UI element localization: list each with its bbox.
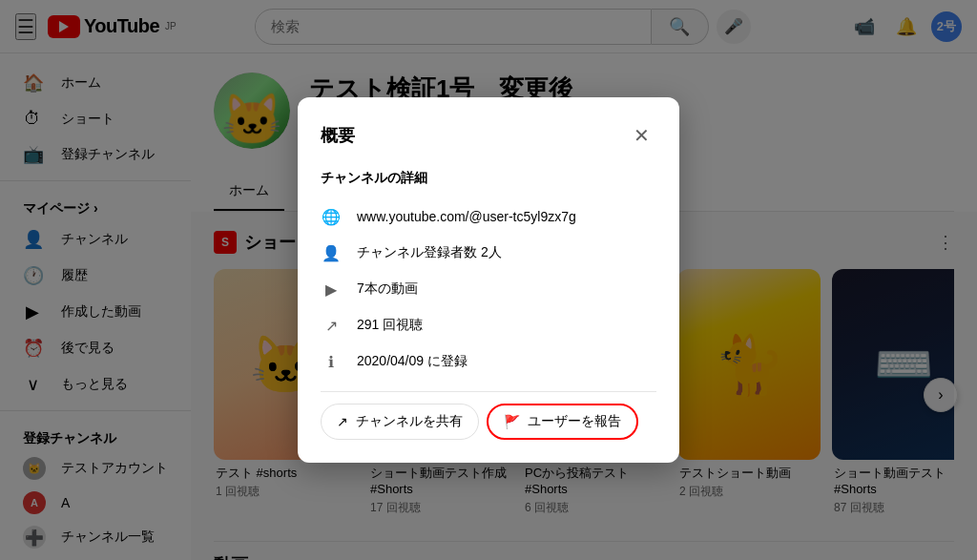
modal-item-views: ↗ 291 回視聴: [321, 307, 656, 343]
modal-title: 概要: [321, 124, 355, 147]
modal-item-subscribers-text: チャンネル登録者数 2人: [357, 244, 502, 261]
modal-actions: ↗ チャンネルを共有 🚩 ユーザーを報告: [321, 404, 656, 440]
modal-divider: [321, 391, 656, 392]
modal-item-videos: ▶ 7本の動画: [321, 271, 656, 307]
share-channel-button[interactable]: ↗ チャンネルを共有: [321, 404, 479, 440]
modal: 概要 ✕ チャンネルの詳細 🌐 www.youtube.com/@user-tc…: [298, 97, 679, 463]
modal-item-url-text: www.youtube.com/@user-tc5yl9zx7g: [357, 209, 576, 224]
modal-item-joined: ℹ 2020/04/09 に登録: [321, 343, 656, 380]
globe-icon: 🌐: [321, 206, 342, 227]
share-icon: ↗: [337, 414, 348, 429]
modal-item-url: 🌐 www.youtube.com/@user-tc5yl9zx7g: [321, 198, 656, 235]
modal-overlay[interactable]: 概要 ✕ チャンネルの詳細 🌐 www.youtube.com/@user-tc…: [0, 0, 977, 560]
modal-close-button[interactable]: ✕: [626, 120, 656, 151]
chart-icon: ↗: [321, 315, 342, 336]
modal-header: 概要 ✕: [321, 120, 656, 151]
report-icon: 🚩: [504, 414, 520, 429]
share-label: チャンネルを共有: [356, 413, 463, 430]
report-label: ユーザーを報告: [528, 413, 621, 430]
modal-item-views-text: 291 回視聴: [357, 317, 423, 334]
modal-item-subscribers: 👤 チャンネル登録者数 2人: [321, 235, 656, 271]
info-icon: ℹ: [321, 351, 342, 372]
video-icon: ▶: [321, 279, 342, 300]
report-user-button[interactable]: 🚩 ユーザーを報告: [487, 404, 638, 440]
modal-item-videos-text: 7本の動画: [357, 280, 418, 298]
modal-item-joined-text: 2020/04/09 に登録: [357, 353, 468, 370]
person-icon: 👤: [321, 242, 342, 263]
modal-section-title: チャンネルの詳細: [321, 170, 656, 187]
